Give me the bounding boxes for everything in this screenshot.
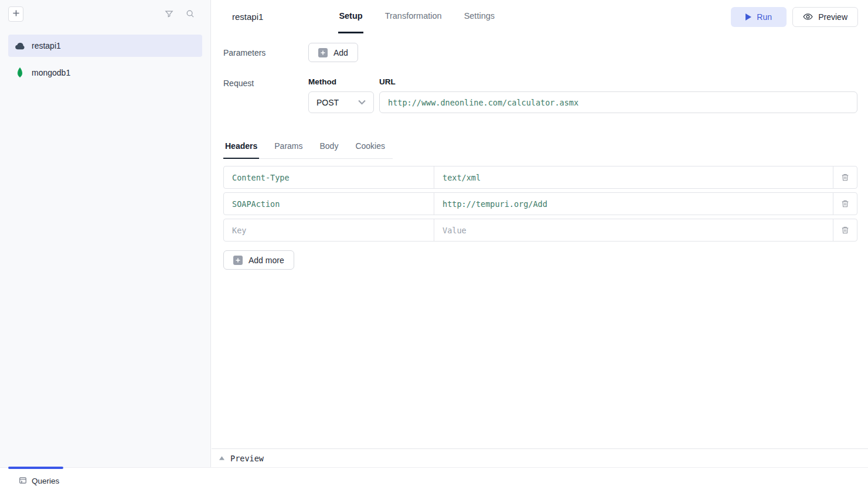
sidebar-header	[0, 0, 210, 28]
header-key-input[interactable]	[223, 166, 434, 189]
eye-icon	[803, 13, 813, 21]
queries-icon	[19, 477, 27, 485]
plus-icon	[12, 9, 20, 19]
add-parameter-label: Add	[333, 48, 348, 57]
header-value-input[interactable]	[434, 192, 833, 215]
chevron-down-icon	[358, 100, 366, 105]
tab-setup[interactable]: Setup	[338, 0, 363, 33]
url-input[interactable]	[379, 91, 857, 113]
plus-icon	[318, 48, 328, 57]
editor-header: restapi1 Setup Transformation Settings R…	[212, 0, 868, 33]
trash-icon	[841, 199, 849, 208]
delete-header-button[interactable]	[833, 192, 857, 215]
method-label: Method	[308, 77, 374, 86]
run-button-label: Run	[757, 12, 772, 22]
header-value-input[interactable]	[434, 166, 833, 189]
editor-tabs: Setup Transformation Settings	[338, 0, 495, 33]
response-panel-header[interactable]: Preview	[212, 448, 868, 467]
header-key-input[interactable]	[223, 219, 434, 242]
method-column: Method POST	[308, 77, 374, 113]
collapse-caret-icon[interactable]	[219, 456, 224, 460]
request-label: Request	[223, 77, 308, 113]
add-more-label: Add more	[249, 256, 284, 265]
sidebar-item-label: restapi1	[32, 41, 61, 50]
method-value: POST	[316, 98, 339, 107]
run-button[interactable]: Run	[731, 7, 787, 27]
query-editor: restapi1 Setup Transformation Settings R…	[212, 0, 868, 467]
plus-icon	[233, 256, 243, 265]
subtab-params[interactable]: Params	[273, 136, 304, 159]
subtab-cookies[interactable]: Cookies	[353, 136, 387, 159]
new-query-button[interactable]	[8, 6, 23, 22]
request-row: Request Method POST URL	[223, 77, 857, 113]
delete-header-button[interactable]	[833, 219, 857, 242]
query-list: restapi1 mongodb1	[0, 28, 210, 84]
url-label: URL	[379, 77, 857, 86]
parameters-label: Parameters	[223, 48, 308, 57]
request-subtabs: Headers Params Body Cookies	[223, 136, 393, 159]
sidebar-item-label: mongodb1	[32, 68, 70, 77]
tab-transformation[interactable]: Transformation	[384, 0, 442, 33]
url-column: URL	[379, 77, 857, 113]
preview-button[interactable]: Preview	[792, 7, 858, 27]
setup-panel: Parameters Add Request Method POST	[212, 33, 868, 270]
trash-icon	[841, 173, 849, 182]
play-icon	[746, 13, 751, 21]
header-row	[223, 219, 857, 242]
header-row	[223, 192, 857, 215]
bottom-bar: Queries	[0, 467, 868, 493]
sidebar: restapi1 mongodb1	[0, 0, 211, 467]
response-panel-label: Preview	[230, 454, 264, 463]
header-value-input[interactable]	[434, 219, 833, 242]
queries-tab-label: Queries	[32, 476, 59, 485]
rest-api-cloud-icon	[15, 42, 25, 50]
subtab-body[interactable]: Body	[318, 136, 341, 159]
parameters-row: Parameters Add	[223, 43, 857, 62]
trash-icon	[841, 226, 849, 234]
header-actions: Run Preview	[731, 7, 858, 27]
subtab-headers[interactable]: Headers	[223, 136, 259, 159]
mongodb-leaf-icon	[15, 67, 25, 78]
tab-settings[interactable]: Settings	[464, 0, 495, 33]
sidebar-item-restapi1[interactable]: restapi1	[8, 35, 202, 57]
add-parameter-button[interactable]: Add	[308, 43, 358, 62]
method-select[interactable]: POST	[308, 91, 374, 113]
preview-button-label: Preview	[818, 12, 847, 22]
tab-queries[interactable]: Queries	[19, 476, 59, 485]
add-more-header-button[interactable]: Add more	[223, 250, 294, 270]
header-key-input[interactable]	[223, 192, 434, 215]
active-tab-indicator	[8, 467, 63, 469]
headers-list	[223, 166, 857, 242]
header-row	[223, 166, 857, 189]
page-title: restapi1	[232, 12, 263, 22]
sidebar-item-mongodb1[interactable]: mongodb1	[8, 62, 202, 84]
filter-icon[interactable]	[162, 8, 175, 21]
delete-header-button[interactable]	[833, 166, 857, 189]
search-icon[interactable]	[183, 8, 196, 21]
